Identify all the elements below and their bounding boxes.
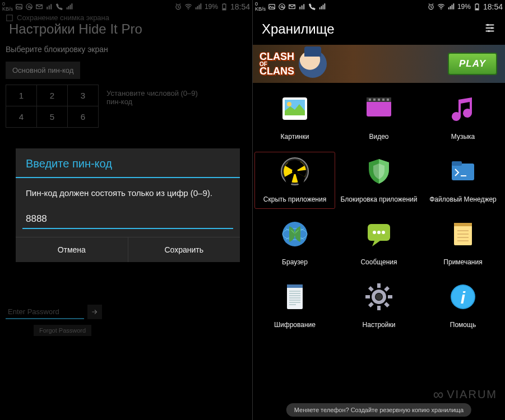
tile-help[interactable]: i Помощь xyxy=(421,276,505,336)
svg-rect-86 xyxy=(368,302,374,307)
document-icon xyxy=(279,281,311,312)
status-bar: 0KB/s 19% 18:54 xyxy=(253,0,505,13)
cancel-button[interactable]: Отмена xyxy=(16,237,128,262)
tile-label: Шифрование xyxy=(274,317,316,333)
kbs-indicator: 0KB/s xyxy=(255,2,266,12)
svg-rect-36 xyxy=(452,5,453,10)
tile-notes[interactable]: Примечания xyxy=(421,213,505,273)
settings-sliders-button[interactable] xyxy=(484,22,496,36)
svg-rect-84 xyxy=(388,295,392,298)
svg-rect-82 xyxy=(377,306,381,310)
tile-label: Скрыть приложения xyxy=(263,192,326,207)
storage-header: Хранилище xyxy=(253,13,505,45)
infinity-icon: ∞ xyxy=(433,386,445,403)
video-icon xyxy=(363,93,395,124)
at-icon xyxy=(278,3,286,11)
svg-point-63 xyxy=(377,231,381,234)
svg-rect-34 xyxy=(448,7,450,10)
storage-title: Хранилище xyxy=(262,21,484,37)
svg-rect-81 xyxy=(377,283,381,288)
tile-lock-apps[interactable]: Блокировка приложений xyxy=(337,150,421,211)
chat-icon xyxy=(363,218,395,250)
tile-label: Блокировка приложений xyxy=(340,192,417,207)
ad-logo: CLASHOFCLANS xyxy=(253,52,294,75)
tile-label: Настройки xyxy=(363,317,396,333)
phone-icon xyxy=(308,3,316,11)
tile-encryption[interactable]: Шифрование xyxy=(253,276,337,336)
svg-point-33 xyxy=(441,8,442,10)
globe-icon xyxy=(279,218,311,250)
music-icon xyxy=(447,93,479,124)
notes-icon xyxy=(447,218,479,250)
info-icon: i xyxy=(447,281,479,312)
svg-rect-35 xyxy=(450,6,451,10)
svg-rect-52 xyxy=(382,99,384,101)
svg-rect-87 xyxy=(368,286,374,292)
sliders-icon xyxy=(484,22,496,34)
pin-dialog: Введите пин-код Пин-код должен состоять … xyxy=(16,148,240,262)
save-button[interactable]: Сохранить xyxy=(128,237,240,262)
svg-rect-53 xyxy=(387,99,389,101)
tile-hide-apps[interactable]: Скрыть приложения xyxy=(253,150,337,211)
tile-file-manager[interactable]: Файловый Менеджер xyxy=(421,150,505,211)
storage-grid: Картинки Видео Музыка Скрыть приложения … xyxy=(253,83,505,340)
svg-rect-49 xyxy=(369,99,371,101)
phone-left: 0KB/s 19% 18:54 Сохранение снимка экрана… xyxy=(0,0,253,420)
pin-input[interactable]: 8888 xyxy=(22,210,233,229)
tile-label: Файловый Менеджер xyxy=(429,192,497,207)
tile-label: Помощь xyxy=(450,317,476,333)
ad-banner[interactable]: CLASHOFCLANS PLAY xyxy=(253,45,505,83)
tile-messages[interactable]: Сообщения xyxy=(337,213,421,273)
svg-point-46 xyxy=(287,102,291,106)
battery-pct: 19% xyxy=(457,3,471,11)
svg-rect-88 xyxy=(384,302,390,307)
mail-icon xyxy=(288,3,296,11)
tile-label: Картинки xyxy=(281,129,309,144)
clock: 18:54 xyxy=(483,2,503,11)
tile-pictures[interactable]: Картинки xyxy=(253,87,337,148)
svg-rect-27 xyxy=(303,4,304,9)
gear-icon xyxy=(363,281,395,312)
svg-rect-50 xyxy=(373,99,376,101)
svg-point-89 xyxy=(376,293,382,300)
svg-rect-30 xyxy=(323,5,324,10)
dialog-body: Пин-код должен состоять только из цифр (… xyxy=(16,178,240,202)
svg-rect-26 xyxy=(302,6,303,10)
tile-label: Браузер xyxy=(282,254,308,270)
svg-rect-72 xyxy=(287,284,303,288)
svg-rect-83 xyxy=(365,295,370,298)
svg-rect-28 xyxy=(319,7,321,10)
svg-point-56 xyxy=(292,169,298,174)
phone-right: 0KB/s 19% 18:54 Хранилище CLASHOFCLANS P… xyxy=(253,0,505,420)
svg-rect-58 xyxy=(452,161,462,166)
svg-rect-51 xyxy=(378,99,380,101)
svg-rect-71 xyxy=(287,284,303,309)
tile-label: Видео xyxy=(369,129,388,144)
tile-label: Музыка xyxy=(451,129,475,144)
svg-rect-39 xyxy=(476,3,478,4)
shield-icon xyxy=(363,156,395,187)
dialog-title: Введите пин-код xyxy=(16,148,240,178)
ad-play-button[interactable]: PLAY xyxy=(448,53,497,75)
image-icon xyxy=(268,3,276,11)
backup-hint[interactable]: Меняете телефон? Создайте резервную копи… xyxy=(286,403,471,417)
svg-rect-47 xyxy=(367,101,391,116)
svg-point-64 xyxy=(382,231,385,234)
tile-settings[interactable]: Настройки xyxy=(337,276,421,336)
battery-icon xyxy=(473,3,481,11)
pictures-icon xyxy=(279,93,311,124)
svg-point-43 xyxy=(488,30,490,32)
signal-icon xyxy=(447,3,455,11)
folder-icon xyxy=(447,156,479,187)
svg-point-42 xyxy=(491,27,493,29)
tile-video[interactable]: Видео xyxy=(337,87,421,148)
tile-browser[interactable]: Браузер xyxy=(253,213,337,273)
svg-rect-29 xyxy=(321,6,322,10)
svg-rect-57 xyxy=(452,164,474,180)
bars-icon xyxy=(318,3,326,11)
svg-rect-25 xyxy=(299,7,300,10)
wifi-icon xyxy=(437,3,445,11)
svg-rect-31 xyxy=(325,3,326,10)
tile-music[interactable]: Музыка xyxy=(421,87,505,148)
radiation-icon xyxy=(279,156,311,187)
